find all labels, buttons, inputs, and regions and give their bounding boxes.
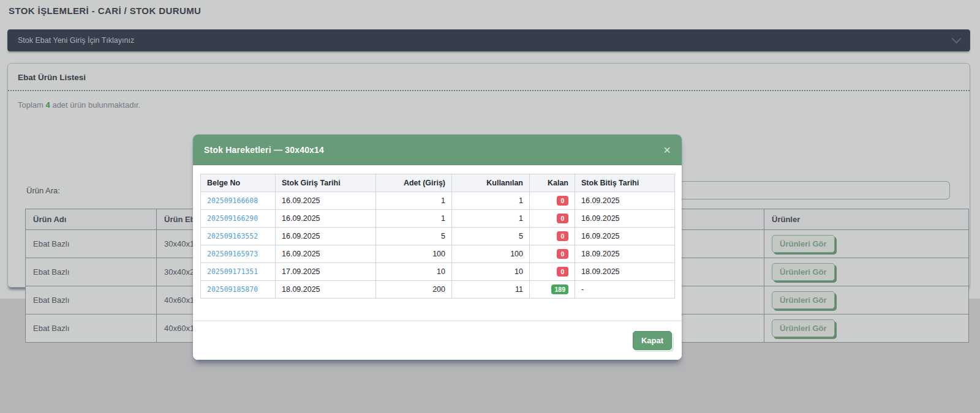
kalan-badge: 0 — [557, 249, 568, 259]
movement-row: 202509185870 18.09.2025 200 11 189 - — [201, 281, 675, 299]
modal-title: Stok Hareketleri — 30x40x14 — [204, 145, 324, 155]
movement-row: 202509166290 16.09.2025 1 1 0 16.09.2025 — [201, 210, 675, 228]
modal-header: Stok Hareketleri — 30x40x14 × — [193, 135, 682, 165]
belge-no-link[interactable]: 202509166608 — [207, 196, 258, 205]
giris-tarihi-cell: 16.09.2025 — [276, 192, 376, 210]
kalan-badge: 0 — [557, 214, 568, 224]
kalan-badge: 0 — [557, 196, 568, 206]
column-header-kalan: Kalan — [530, 174, 575, 192]
giris-tarihi-cell: 16.09.2025 — [276, 245, 376, 263]
column-header-kullanilan: Kullanılan — [452, 174, 530, 192]
column-header-adet: Adet (Giriş) — [376, 174, 452, 192]
adet-cell: 1 — [376, 210, 452, 228]
bitis-tarihi-cell: 18.09.2025 — [575, 263, 675, 281]
adet-cell: 10 — [376, 263, 452, 281]
column-header-giris-tarihi: Stok Giriş Tarihi — [276, 174, 376, 192]
giris-tarihi-cell: 16.09.2025 — [276, 228, 376, 245]
adet-cell: 200 — [376, 281, 452, 299]
stok-hareketleri-modal: Stok Hareketleri — 30x40x14 × Belge No S… — [193, 135, 682, 360]
belge-no-link[interactable]: 202509163552 — [207, 232, 258, 240]
kalan-badge: 0 — [557, 267, 568, 277]
belge-no-link[interactable]: 202509165973 — [207, 250, 258, 258]
kullanilan-cell: 11 — [452, 281, 530, 299]
movement-row: 202509165973 16.09.2025 100 100 0 18.09.… — [201, 245, 675, 263]
modal-body: Belge No Stok Giriş Tarihi Adet (Giriş) … — [193, 165, 682, 299]
stock-movements-table: Belge No Stok Giriş Tarihi Adet (Giriş) … — [200, 174, 675, 299]
movement-row: 202509166608 16.09.2025 1 1 0 16.09.2025 — [201, 192, 675, 210]
belge-no-link[interactable]: 202509171351 — [207, 267, 258, 276]
bitis-tarihi-cell: 16.09.2025 — [575, 192, 675, 210]
page: STOK İŞLEMLERİ - CARİ / STOK DURUMU Stok… — [0, 0, 980, 413]
column-header-bitis-tarihi: Stok Bitiş Tarihi — [575, 174, 675, 192]
close-icon[interactable]: × — [663, 144, 671, 156]
kapat-button[interactable]: Kapat — [633, 331, 672, 350]
movements-header-row: Belge No Stok Giriş Tarihi Adet (Giriş) … — [201, 174, 675, 192]
movement-row: 202509163552 16.09.2025 5 5 0 16.09.2025 — [201, 228, 675, 245]
kullanilan-cell: 1 — [452, 210, 530, 228]
bitis-tarihi-cell: 16.09.2025 — [575, 210, 675, 228]
kalan-badge: 189 — [551, 285, 568, 295]
kalan-badge: 0 — [557, 231, 568, 242]
modal-footer: Kapat — [193, 321, 682, 360]
adet-cell: 100 — [376, 245, 452, 263]
giris-tarihi-cell: 16.09.2025 — [276, 210, 376, 228]
belge-no-link[interactable]: 202509166290 — [207, 214, 258, 223]
belge-no-link[interactable]: 202509185870 — [207, 285, 258, 294]
kullanilan-cell: 1 — [452, 192, 530, 210]
adet-cell: 1 — [376, 192, 452, 210]
bitis-tarihi-cell: - — [575, 281, 675, 299]
adet-cell: 5 — [376, 228, 452, 245]
giris-tarihi-cell: 17.09.2025 — [276, 263, 376, 281]
movement-row: 202509171351 17.09.2025 10 10 0 18.09.20… — [201, 263, 675, 281]
kullanilan-cell: 5 — [452, 228, 530, 245]
giris-tarihi-cell: 18.09.2025 — [276, 281, 376, 299]
bitis-tarihi-cell: 18.09.2025 — [575, 245, 675, 263]
kullanilan-cell: 100 — [452, 245, 530, 263]
bitis-tarihi-cell: 16.09.2025 — [575, 228, 675, 245]
column-header-belge-no: Belge No — [201, 174, 276, 192]
kullanilan-cell: 10 — [452, 263, 530, 281]
